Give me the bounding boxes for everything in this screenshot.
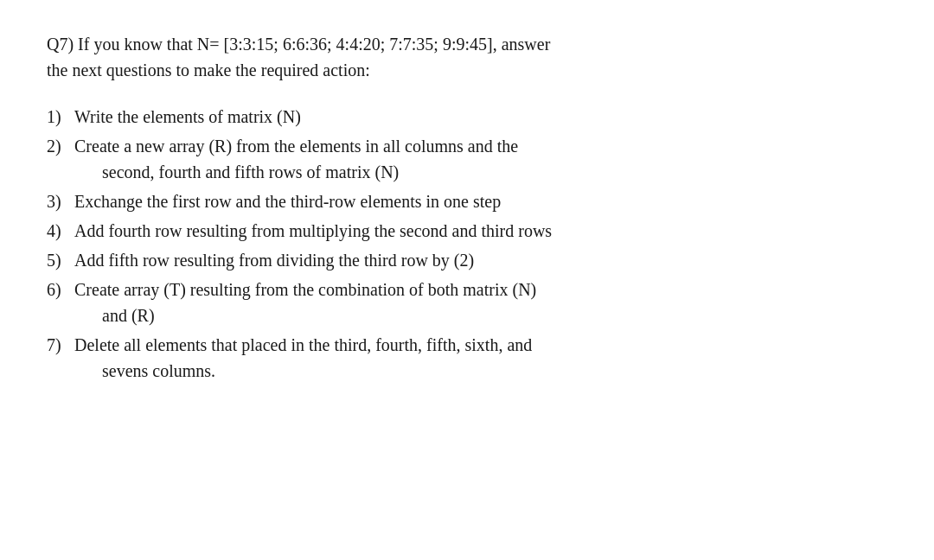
list-item: 4)Add fourth row resulting from multiply… (47, 218, 552, 244)
item-continuation: and (R) (47, 302, 552, 328)
question-header: Q7) If you know that N= [3:3:15; 6:6:36;… (47, 31, 552, 83)
item-number: 2) (47, 133, 74, 159)
item-continuation: sevens columns. (47, 358, 552, 384)
items-list: 1)Write the elements of matrix (N)2)Crea… (47, 104, 552, 384)
list-item: 2)Create a new array (R) from the elemen… (47, 133, 552, 185)
item-number: 7) (47, 332, 74, 358)
item-text: Write the elements of matrix (N) (74, 104, 552, 130)
item-continuation: second, fourth and fifth rows of matrix … (47, 159, 552, 185)
item-text: Create array (T) resulting from the comb… (74, 277, 552, 302)
item-text: Add fifth row resulting from dividing th… (74, 247, 552, 273)
header-line1: Q7) If you know that N= [3:3:15; 6:6:36;… (47, 35, 550, 54)
item-text: Add fourth row resulting from multiplyin… (74, 218, 552, 244)
list-item: 3)Exchange the first row and the third-r… (47, 188, 552, 214)
item-text: Delete all elements that placed in the t… (74, 332, 552, 358)
list-item: 1)Write the elements of matrix (N) (47, 104, 552, 130)
item-number: 5) (47, 247, 74, 273)
item-text: Exchange the first row and the third-row… (74, 188, 552, 214)
item-number: 1) (47, 104, 74, 130)
item-text: Create a new array (R) from the elements… (74, 133, 552, 159)
list-item: 7)Delete all elements that placed in the… (47, 332, 552, 384)
item-number: 3) (47, 188, 74, 214)
page-content: Q7) If you know that N= [3:3:15; 6:6:36;… (0, 0, 598, 418)
item-number: 6) (47, 277, 74, 302)
list-item: 6)Create array (T) resulting from the co… (47, 277, 552, 328)
item-number: 4) (47, 218, 74, 244)
header-line2: the next questions to make the required … (47, 60, 370, 80)
list-item: 5)Add fifth row resulting from dividing … (47, 247, 552, 273)
